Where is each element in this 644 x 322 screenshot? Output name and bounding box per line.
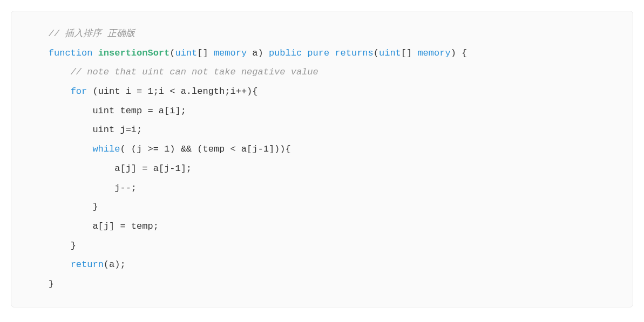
type-uint: uint: [175, 48, 197, 58]
keyword-for: for: [71, 86, 87, 97]
comment-text: // 插入排序 正确版: [49, 29, 135, 39]
code-line-8: a[j] = a[j-1];: [26, 163, 192, 174]
code-line-9: j--;: [26, 183, 137, 193]
code-line-10: }: [26, 202, 98, 212]
keyword-while: while: [92, 144, 120, 154]
keyword-return: return: [71, 259, 104, 270]
code-line-13: return(a);: [26, 259, 126, 270]
comment-text: // note that uint can not take negative …: [71, 67, 318, 77]
code-line-7: while( (j >= 1) && (temp < a[j-1])){: [26, 144, 291, 154]
keyword-memory: memory: [214, 48, 247, 58]
code-line-14: }: [26, 279, 54, 289]
keyword-returns: returns: [335, 48, 373, 58]
type-uint: uint: [379, 48, 401, 58]
keyword-function: function: [49, 48, 93, 58]
keyword-memory: memory: [417, 48, 450, 58]
code-line-4: for (uint i = 1;i < a.length;i++){: [26, 86, 258, 97]
code-line-3: // note that uint can not take negative …: [26, 67, 318, 77]
code-line-11: a[j] = temp;: [26, 221, 159, 231]
code-line-12: }: [26, 241, 76, 251]
code-line-5: uint temp = a[i];: [26, 106, 186, 116]
code-line-6: uint j=i;: [26, 125, 142, 135]
code-line-2: function insertionSort(uint[] memory a) …: [26, 48, 467, 58]
code-line-1: // 插入排序 正确版: [26, 29, 135, 39]
keyword-public: public: [269, 48, 302, 58]
keyword-pure: pure: [307, 48, 329, 58]
function-name: insertionSort: [98, 48, 170, 58]
code-block: // 插入排序 正确版 function insertionSort(uint[…: [11, 11, 633, 307]
